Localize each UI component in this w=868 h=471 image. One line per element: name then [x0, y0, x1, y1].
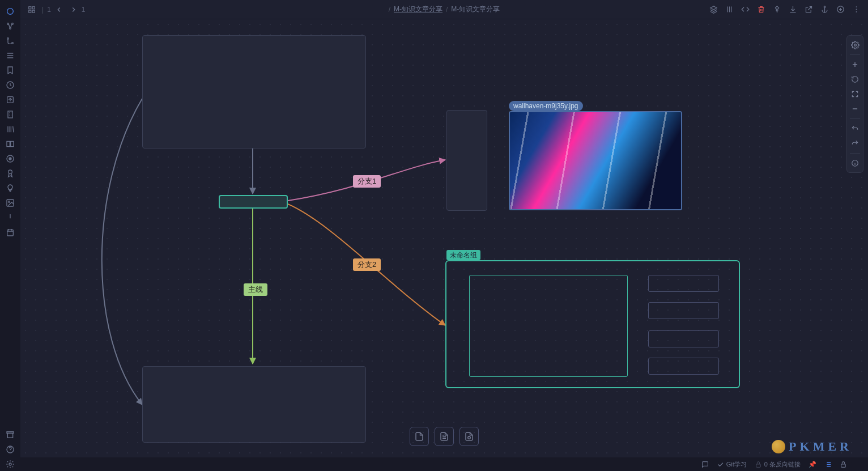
status-backlinks[interactable]: 0 条反向链接	[755, 460, 801, 469]
status-list-icon[interactable]	[824, 461, 832, 468]
statusbar: Git学习 0 条反向链接 📌	[20, 457, 868, 471]
canvas-node[interactable]	[446, 110, 487, 211]
nav-back-count: 1	[47, 6, 51, 14]
canvas-settings-icon[interactable]	[848, 38, 862, 52]
export-icon[interactable]	[2, 93, 18, 107]
apps-icon[interactable]	[25, 3, 39, 16]
svg-point-11	[8, 170, 12, 174]
canvas-node[interactable]	[648, 275, 719, 292]
canvas-icon[interactable]	[2, 34, 18, 48]
svg-rect-8	[8, 111, 12, 118]
settings-icon[interactable]	[2, 457, 18, 471]
zoom-toolbar	[846, 35, 863, 173]
library-icon[interactable]	[2, 122, 18, 136]
image-filename-label[interactable]: wallhaven-m9j35y.jpg	[509, 101, 583, 111]
status-sync[interactable]: Git学习	[717, 460, 747, 469]
logo-icon[interactable]	[2, 5, 18, 18]
svg-point-23	[824, 6, 826, 8]
nav-forward-button[interactable]	[67, 3, 80, 16]
reset-zoom-button[interactable]	[848, 73, 862, 86]
award-icon[interactable]	[2, 167, 18, 180]
new-note-button[interactable]	[410, 427, 429, 446]
new-media-button[interactable]	[459, 427, 479, 446]
external-icon[interactable]	[801, 3, 816, 16]
calendar-icon[interactable]	[2, 226, 18, 239]
building-icon[interactable]	[2, 108, 18, 121]
zoom-out-button[interactable]	[848, 102, 862, 116]
topbar: | 1 1 / M-知识文章分享 / M-知识文章分享	[20, 0, 868, 19]
svg-point-18	[9, 463, 11, 465]
layers-icon[interactable]	[706, 3, 721, 16]
status-lock-icon[interactable]	[840, 461, 847, 468]
svg-point-26	[856, 9, 857, 10]
nav-back-button[interactable]	[52, 3, 66, 16]
anchor-icon[interactable]	[817, 3, 832, 16]
columns-icon[interactable]	[722, 3, 737, 16]
svg-point-5	[12, 43, 14, 44]
canvas-node[interactable]	[648, 302, 719, 319]
svg-point-25	[856, 6, 857, 7]
image-node[interactable]	[509, 111, 682, 210]
edge-label-main[interactable]: 主线	[244, 283, 267, 296]
status-bell-icon[interactable]	[855, 461, 862, 468]
canvas-node[interactable]	[469, 275, 628, 377]
svg-rect-16	[7, 433, 12, 438]
group-container[interactable]: 未命名组	[445, 260, 740, 388]
bulb-icon[interactable]	[2, 181, 18, 195]
svg-point-27	[856, 11, 857, 12]
canvas-node[interactable]	[142, 35, 366, 148]
canvas-node[interactable]	[648, 330, 719, 347]
thermometer-icon[interactable]	[2, 211, 18, 224]
svg-rect-22	[32, 10, 35, 12]
svg-point-28	[468, 436, 471, 439]
help-icon[interactable]	[2, 443, 18, 456]
graph-icon[interactable]	[2, 19, 18, 33]
canvas-toolbar	[410, 427, 479, 446]
svg-point-0	[7, 9, 14, 15]
nav-fwd-count: 1	[82, 6, 86, 14]
svg-rect-21	[29, 10, 31, 12]
redo-button[interactable]	[848, 137, 862, 150]
status-messages[interactable]	[701, 461, 709, 468]
svg-rect-14	[7, 230, 14, 236]
image-content	[510, 112, 681, 209]
record-icon[interactable]	[2, 152, 18, 166]
breadcrumb-current: M-知识文章分享	[451, 5, 500, 14]
code-icon[interactable]	[738, 3, 752, 16]
list-icon[interactable]	[2, 49, 18, 62]
svg-point-4	[7, 38, 9, 40]
edge-label-branch2[interactable]: 分支2	[353, 258, 381, 271]
canvas-area[interactable]: wallhaven-m9j35y.jpg 未命名组 主线 分支1 分支2	[20, 19, 868, 457]
bookmark-icon[interactable]	[2, 63, 18, 77]
breadcrumb-parent[interactable]: M-知识文章分享	[394, 5, 442, 14]
svg-point-10	[9, 158, 11, 160]
clock-icon[interactable]	[2, 78, 18, 92]
pin-icon[interactable]	[769, 3, 784, 16]
svg-rect-31	[756, 464, 761, 466]
svg-rect-19	[29, 6, 31, 9]
image-icon[interactable]	[2, 196, 18, 210]
canvas-node[interactable]	[648, 358, 719, 375]
book-icon[interactable]	[2, 137, 18, 151]
archive-icon[interactable]	[2, 428, 18, 442]
svg-point-29	[854, 44, 856, 46]
trash-icon[interactable]	[754, 3, 768, 16]
status-pin-icon[interactable]: 📌	[809, 461, 816, 468]
target-icon[interactable]	[833, 3, 848, 16]
canvas-node[interactable]	[219, 195, 288, 209]
canvas-node[interactable]	[142, 366, 366, 443]
help-button[interactable]	[848, 156, 862, 170]
group-label[interactable]: 未命名组	[446, 250, 480, 260]
new-text-button[interactable]	[435, 427, 454, 446]
breadcrumb: / M-知识文章分享 / M-知识文章分享	[389, 5, 500, 14]
zoom-in-button[interactable]	[848, 58, 862, 71]
undo-button[interactable]	[848, 122, 862, 135]
download-icon[interactable]	[785, 3, 800, 16]
fullscreen-button[interactable]	[848, 87, 862, 101]
svg-rect-20	[32, 6, 35, 9]
svg-point-13	[8, 201, 10, 203]
svg-rect-32	[841, 464, 846, 466]
left-sidebar	[0, 0, 20, 471]
edge-label-branch1[interactable]: 分支1	[353, 175, 381, 188]
more-icon[interactable]	[849, 3, 863, 16]
